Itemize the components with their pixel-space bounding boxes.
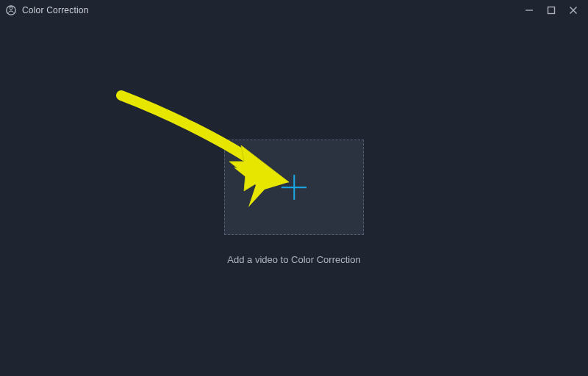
window-controls — [523, 4, 584, 16]
plus-icon — [282, 175, 306, 200]
svg-point-1 — [10, 7, 12, 10]
add-video-dropzone[interactable] — [224, 140, 364, 235]
app-window: Color Correction Add a video to Color Co… — [0, 0, 588, 376]
dropzone-caption: Add a video to Color Correction — [0, 254, 588, 265]
svg-rect-3 — [548, 7, 555, 14]
maximize-button[interactable] — [545, 4, 557, 16]
content-area: Add a video to Color Correction — [0, 21, 588, 376]
titlebar: Color Correction — [0, 0, 588, 21]
close-button[interactable] — [567, 4, 579, 16]
app-circle-icon — [4, 4, 18, 17]
window-title: Color Correction — [22, 5, 89, 15]
minimize-button[interactable] — [523, 4, 535, 16]
